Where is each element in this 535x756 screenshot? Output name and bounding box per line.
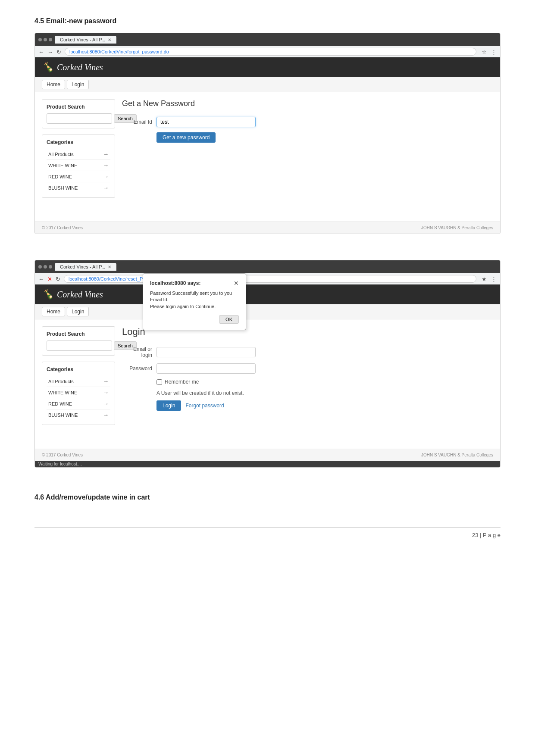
browser2-dialog: localhost:8080 says: ✕ Password Successf… [143, 273, 246, 330]
browser2-dialog-close[interactable]: ✕ [234, 280, 239, 287]
dot4 [38, 265, 42, 269]
browser2-arrow-2: → [103, 400, 109, 407]
dot1 [38, 38, 42, 41]
browser2-password-input[interactable] [156, 363, 256, 374]
browser2-stop[interactable]: ✕ [47, 276, 52, 282]
browser1-addressbar-row: ← → ↻ localhost:8080/CorkedVine/forgot_p… [35, 46, 500, 57]
browser2-login-actions: Login Forgot password [156, 400, 493, 411]
browser2-password-row: Password [122, 363, 493, 374]
browser2-email-row: Email or login [122, 346, 493, 358]
browser1-logo-icon: 🍾 [42, 62, 53, 73]
dot3 [49, 38, 52, 41]
browser1-star-icon[interactable]: ☆ [482, 49, 487, 55]
browser2-tab[interactable]: Corked Vines - All P... ✕ [55, 263, 116, 271]
browser2-category-all-products[interactable]: All Products → [47, 376, 110, 387]
browser2-category-white-wine[interactable]: WHITE WINE → [47, 387, 110, 398]
browser1-category-label-1: WHITE WINE [48, 163, 77, 168]
browser1-logo: 🍾 Corked Vines [42, 62, 103, 73]
dot2 [44, 38, 47, 41]
browser2-search-row: Search [47, 341, 110, 351]
browser2-dialog-ok[interactable]: OK [219, 315, 239, 324]
browser2-logo-text: Corked Vines [57, 290, 103, 300]
browser1-site-footer: © 2017 Corked Vines JOHN S VAUGHN & Pera… [35, 222, 500, 234]
browser2-remember-label: Remember me [165, 379, 199, 385]
browser1-categories-title: Categories [47, 139, 110, 145]
browser1-arrow-0: → [103, 151, 109, 157]
browser2-site-header: 🍾 Corked Vines [35, 284, 500, 304]
browser1-footer-left: © 2017 Corked Vines [42, 225, 83, 230]
browser2-site-footer: © 2017 Corked Vines JOHN S VAUGHN & Pera… [35, 449, 500, 461]
section2-title: 4.6 Add/remove/update wine in cart [34, 494, 501, 501]
browser1-category-blush-wine[interactable]: BLUSH WINE → [47, 182, 110, 193]
browser2-nav-home[interactable]: Home [42, 307, 65, 316]
browser1-email-label: Email Id [122, 119, 152, 125]
browser2-search-input[interactable] [47, 341, 112, 351]
browser2-category-label-3: BLUSH WINE [48, 412, 78, 418]
browser1-logo-text: Corked Vines [57, 62, 103, 72]
browser1-footer-right: JOHN S VAUGHN & Peralta Colleges [421, 225, 493, 230]
browser1-email-row: Email Id [122, 117, 493, 127]
browser1-product-search-title: Product Search [47, 104, 110, 110]
browser2-category-label-0: All Products [48, 379, 74, 384]
browser2-categories-list: All Products → WHITE WINE → RED WINE → B… [47, 376, 110, 420]
browser2-footer-left: © 2017 Corked Vines [42, 453, 83, 457]
browser1-form-title: Get a New Password [122, 99, 493, 108]
browser2-remember-checkbox[interactable] [156, 379, 162, 385]
browser2-email-label: Email or login [122, 346, 152, 358]
browser1-nav-home[interactable]: Home [42, 80, 65, 89]
browser2-category-blush-wine[interactable]: BLUSH WINE → [47, 409, 110, 420]
browser2-arrow-1: → [103, 389, 109, 396]
browser2-main-content: Login Email or login Password Remember m… [122, 326, 493, 442]
browser2-back[interactable]: ← [38, 276, 44, 282]
browser1-tab[interactable]: Corked Vines - All P... ✕ [55, 36, 116, 44]
browser1-category-white-wine[interactable]: WHITE WINE → [47, 160, 110, 171]
browser1-back[interactable]: ← [38, 49, 44, 55]
browser1-menu-icon[interactable]: ⋮ [491, 49, 497, 55]
browser2-arrow-0: → [103, 378, 109, 384]
browser2-addressbar-row: ← ✕ ↻ localhost:8080/CorkedVine/reset_Pa… [35, 273, 500, 284]
browser2-reload[interactable]: ↻ [56, 276, 60, 282]
browser2-category-label-1: WHITE WINE [48, 390, 77, 395]
browser2-menu-icon[interactable]: ⋮ [491, 276, 497, 282]
browser2-product-search-section: Product Search Search [42, 326, 115, 356]
browser2-login-btn[interactable]: Login [156, 400, 181, 411]
browser2-dialog-header: localhost:8080 says: ✕ [150, 280, 239, 287]
browser1-site-body: Product Search Search Categories All Pro… [35, 92, 500, 222]
browser2-site-body: Product Search Search Categories All Pro… [35, 319, 500, 449]
browser2-forgot-btn[interactable]: Forgot password [185, 403, 224, 409]
browser1-category-red-wine[interactable]: RED WINE → [47, 171, 110, 182]
browser2-logo-icon: 🍾 [42, 289, 53, 300]
browser2-password-label: Password [122, 366, 152, 372]
browser2-url[interactable]: localhost:8080/CorkedVine/reset_Password… [64, 275, 476, 283]
browser2-tab-label: Corked Vines - All P... [60, 264, 105, 269]
browser1-reload[interactable]: ↻ [56, 49, 61, 55]
browser2-email-input[interactable] [156, 347, 256, 357]
browser1-forward[interactable]: → [47, 49, 53, 55]
browser2-footer-right: JOHN S VAUGHN & Peralta Colleges [421, 453, 493, 457]
browser1-arrow-2: → [103, 173, 109, 180]
browser2-categories-section: Categories All Products → WHITE WINE → R… [42, 362, 115, 425]
browser1-chrome: Corked Vines - All P... ✕ [35, 33, 500, 46]
browser1-tab-close[interactable]: ✕ [108, 37, 111, 42]
browser1-nav-login[interactable]: Login [67, 80, 89, 89]
browser2-chrome: Corked Vines - All P... ✕ [35, 260, 500, 273]
browser2-arrow-3: → [103, 412, 109, 418]
browser1-arrow-3: → [103, 184, 109, 191]
browser2-dialog-title: localhost:8080 says: [150, 280, 200, 286]
browser1-site-nav: Home Login [35, 77, 500, 92]
browser1-submit-btn[interactable]: Get a new password [156, 132, 216, 143]
browser2-sidebar: Product Search Search Categories All Pro… [42, 326, 115, 442]
browser1-email-input[interactable] [156, 117, 256, 127]
browser2-nav-login[interactable]: Login [67, 307, 89, 316]
browser2-category-label-2: RED WINE [48, 401, 72, 406]
browser1-search-input[interactable] [47, 113, 112, 124]
browser2-dialog-message: Password Successfully sent you to you Em… [150, 290, 239, 310]
browser2-product-search-title: Product Search [47, 331, 110, 337]
browser2-remember-row: Remember me [156, 379, 493, 385]
browser2-star-icon[interactable]: ★ [482, 276, 487, 282]
browser1-category-all-products[interactable]: All Products → [47, 149, 110, 160]
browser2-category-red-wine[interactable]: RED WINE → [47, 398, 110, 409]
browser1-url[interactable]: localhost:8080/CorkedVine/forgot_passwor… [65, 48, 476, 56]
browser2-tab-close[interactable]: ✕ [108, 265, 111, 269]
browser1-product-search-section: Product Search Search [42, 99, 115, 128]
